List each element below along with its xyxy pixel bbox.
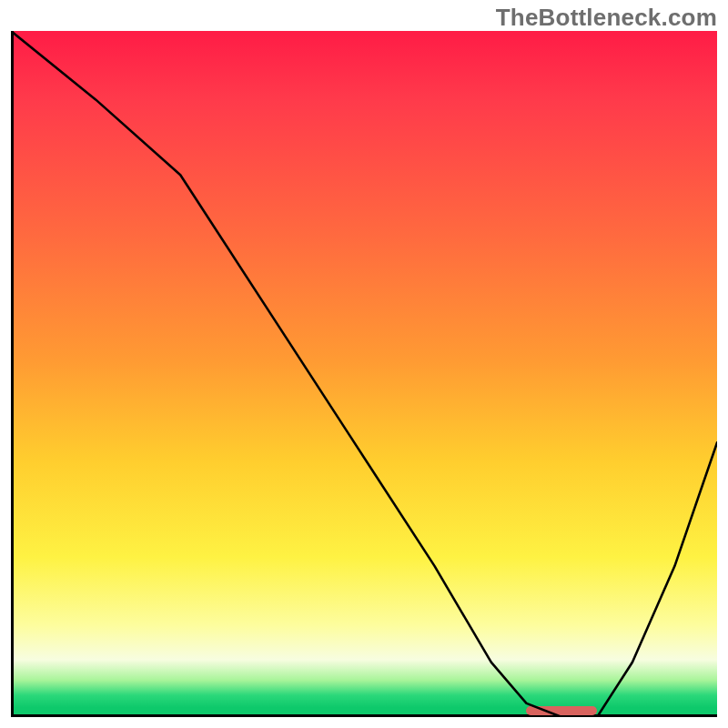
x-axis (11, 714, 717, 717)
optimal-range-marker (526, 706, 597, 715)
gradient-background (14, 31, 717, 714)
watermark-text: TheBottleneck.com (496, 4, 717, 32)
chart-frame: TheBottleneck.com (0, 0, 728, 728)
plot-area (11, 31, 717, 717)
y-axis (11, 31, 14, 717)
